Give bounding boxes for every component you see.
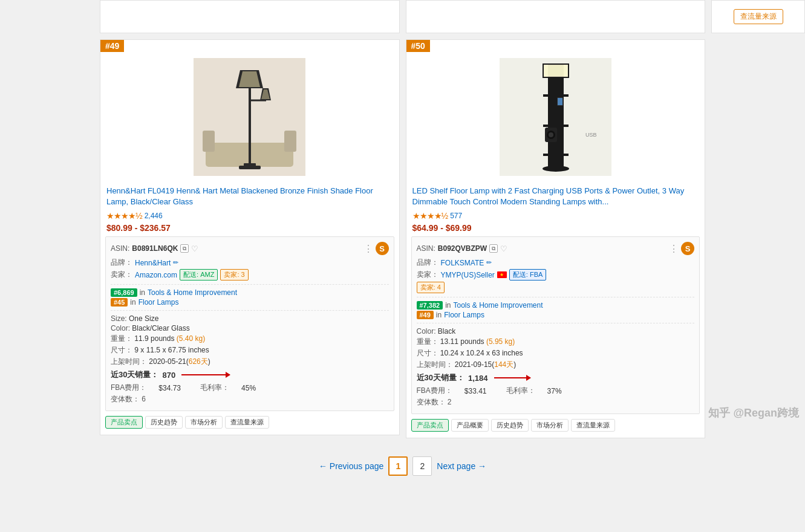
color-label-49: Color: [111,324,132,332]
fba-label-50: FBA费用： [417,386,452,396]
review-count-49[interactable]: 2,446 [145,212,163,220]
weight-label-50: 重量： [417,337,438,346]
dims-val-50: 10.24 x 10.24 x 63 inches [440,349,523,357]
variant-val-49: 6 [142,395,146,403]
dims-label-49: 尺寸： [111,346,132,354]
brand-row-50: 品牌： FOLKSMATE ✏ [417,258,695,268]
edit-brand-49[interactable]: ✏ [173,259,178,267]
seller-count-row-50: 卖家: 4 [417,282,695,293]
svg-rect-14 [543,94,569,97]
rank-badge-49: #49 [100,40,124,52]
heart-icon-49[interactable]: ♡ [191,244,198,253]
brand-label-49: 品牌： [111,258,132,268]
asin-val-49: B0891LN6QK [132,244,178,253]
product-image-49[interactable] [100,40,399,182]
review-count-50[interactable]: 577 [450,212,462,220]
seller-val-50[interactable]: YMYP(US)Seller [441,271,495,279]
brand-label-50: 品牌： [417,258,438,268]
rank1-badge-50: #7,382 [417,301,443,310]
stars-row-49: ★★★★½ 2,446 [100,210,399,222]
lamp49-svg [194,58,305,176]
weight-row-50: 重量： 13.11 pounds (5.95 kg) [417,337,695,347]
seller-row-49: 卖家： Amazon.com 配送: AMZ 卖家: 3 [111,269,389,281]
variant-val-50: 2 [448,398,452,406]
action-buttons-49: 产品卖点 历史趋势 市场分析 查流量来源 [100,416,399,429]
page-2-button[interactable]: 2 [412,456,432,476]
top-right-source-button[interactable]: 查流量来源 [734,9,783,24]
margin-label-50: 毛利率： [506,386,535,396]
rank2-row-50: #49 in Floor Lamps [417,311,695,319]
svg-marker-6 [239,71,260,87]
sales-row-50: 近30天销量： 1,184 [417,372,695,383]
fba-row-49: FBA费用： $34.73 毛利率： 45% [111,383,389,393]
color-label-50: Color: [417,327,438,336]
product-image-50[interactable]: USB [406,40,705,182]
btn-history-trend-49[interactable]: 历史趋势 [145,416,183,429]
brand-val-49[interactable]: Henn&Hart [135,259,171,267]
seller-label-50: 卖家： [417,270,438,280]
color-val-49: Black/Clear Glass [132,324,189,332]
rank1-cat-49[interactable]: Tools & Home Improvement [148,288,237,297]
asin-label-49: ASIN: [111,244,129,253]
lamp50-svg: USB [500,58,611,176]
svg-rect-11 [244,163,256,167]
asin-label-50: ASIN: [417,244,435,253]
s-icon-50[interactable]: S [681,242,694,255]
seller-val-49[interactable]: Amazon.com [135,271,177,279]
rank2-row-49: #45 in Floor Lamps [111,298,389,307]
variant-label-49: 变体数： [111,395,140,403]
dims-val-49: 9 x 11.5 x 67.75 inches [134,346,209,354]
rank-badge-50: #50 [406,40,430,52]
btn-product-sellpoints-49[interactable]: 产品卖点 [105,416,143,429]
copy-icon-49[interactable]: ⧉ [180,244,189,253]
ship-badge-49: 配送: AMZ [180,269,218,281]
s-icon-49[interactable]: S [376,242,389,255]
copy-icon-50[interactable]: ⧉ [489,244,498,253]
btn-traffic-source-50[interactable]: 查流量来源 [571,419,615,432]
asin-val-50: B092QVBZPW [438,244,487,253]
color-val-50: Black [438,327,455,336]
rank2-cat-50[interactable]: Floor Lamps [444,311,484,319]
rank2-cat-49[interactable]: Floor Lamps [139,298,179,307]
action-buttons-50: 产品卖点 产品概要 历史趋势 市场分析 查流量来源 [406,419,705,432]
btn-product-sellpoints-50[interactable]: 产品卖点 [411,419,449,432]
color-row-50: Color: Black [417,327,695,336]
sales-row-49: 近30天销量： 870 [111,369,389,380]
dims-label-50: 尺寸： [417,349,438,357]
more-icon-49[interactable]: ⋮ [363,243,373,255]
heart-icon-50[interactable]: ♡ [500,244,507,253]
btn-history-trend-50[interactable]: 历史趋势 [491,419,529,432]
brand-val-50[interactable]: FOLKSMATE [441,259,484,267]
sales-val-50: 1,184 [468,374,488,383]
svg-text:USB: USB [585,132,597,138]
rank1-in-49: in [140,288,145,297]
listdate-row-49: 上架时间： 2020-05-21(626天) [111,357,389,367]
prev-page-button[interactable]: ← Previous page [319,461,383,471]
weight-label-49: 重量： [111,334,132,343]
rank1-in-50: in [445,301,451,310]
seller-count-50: 卖家: 4 [417,282,445,293]
svg-rect-27 [544,65,567,76]
btn-traffic-source-49[interactable]: 查流量来源 [225,416,269,429]
fba-val-50: $33.41 [464,387,487,395]
next-page-button[interactable]: Next page → [437,461,486,471]
listdate-row-50: 上架时间： 2021-09-15(144天) [417,360,695,370]
pagination-bar: ← Previous page 1 2 Next page → [0,444,805,494]
product-card-49: #49 [97,39,403,438]
btn-product-summary-50[interactable]: 产品概要 [451,419,489,432]
rank1-cat-50[interactable]: Tools & Home Improvement [454,301,543,310]
dims-row-49: 尺寸： 9 x 11.5 x 67.75 inches [111,345,389,355]
btn-market-analysis-50[interactable]: 市场分析 [531,419,569,432]
product-title-49[interactable]: Henn&Hart FL0419 Henn& Hart Metal Blacke… [100,182,399,210]
edit-brand-50[interactable]: ✏ [486,259,492,267]
svg-rect-19 [558,98,562,105]
margin-val-49: 45% [241,384,256,392]
btn-market-analysis-49[interactable]: 市场分析 [185,416,223,429]
listdate-val-50: 2021-09-15(144天) [455,360,516,369]
more-icon-50[interactable]: ⋮ [669,243,679,255]
margin-val-50: 37% [547,387,562,395]
stars-50: ★★★★½ [412,211,448,221]
rank2-badge-49: #45 [111,298,128,307]
product-title-50[interactable]: LED Shelf Floor Lamp with 2 Fast Chargin… [406,182,705,210]
page-1-button[interactable]: 1 [388,456,408,476]
